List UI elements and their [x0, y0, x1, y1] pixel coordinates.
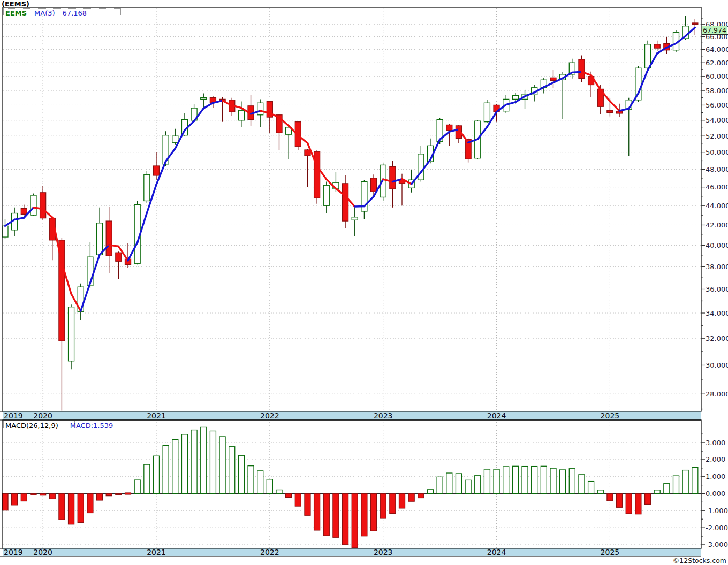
- macd-bar-negative: [626, 494, 632, 514]
- main-chart-legend: EEMSMA(3)67.168: [5, 9, 87, 17]
- candle-down: [116, 253, 122, 261]
- macd-bar-positive: [560, 470, 566, 494]
- price-tick-label: 34.000: [706, 309, 728, 317]
- candle-down: [550, 78, 556, 80]
- candle-down: [305, 150, 310, 156]
- price-gridlines: [3, 24, 701, 394]
- macd-bar-positive: [181, 434, 187, 494]
- macd-tick-label: -1.000: [706, 507, 728, 515]
- candle-up: [172, 136, 178, 142]
- macd-bar-positive: [201, 427, 207, 493]
- year-axis-strip-macd: 2019202020212022202320242025: [0, 548, 701, 556]
- candle-up: [257, 103, 263, 114]
- macd-bar-negative: [380, 494, 386, 518]
- macd-bar-positive: [172, 439, 178, 493]
- macd-bar-positive: [475, 476, 481, 494]
- macd-bar-positive: [484, 469, 490, 493]
- year-label: 2021: [147, 411, 166, 420]
- macd-bar-positive: [550, 468, 556, 493]
- macd-bar-negative: [295, 494, 301, 507]
- candle-down: [579, 59, 585, 79]
- candle-down: [343, 184, 348, 221]
- price-tick-label: 54.000: [706, 116, 728, 124]
- candle-up: [69, 307, 74, 361]
- year-label: 2021: [147, 548, 166, 556]
- last-price-tag: 67.974: [702, 26, 727, 35]
- candle-up: [512, 96, 518, 100]
- stock-chart-canvas: 68.00066.00064.00062.00060.00058.00056.0…: [0, 0, 728, 565]
- macd-bar-positive: [682, 470, 688, 494]
- macd-bar-positive: [238, 455, 244, 493]
- year-label: 2020: [33, 411, 52, 420]
- macd-bar-negative: [21, 494, 27, 501]
- year-label: 2019: [4, 411, 23, 420]
- candle-down: [40, 193, 46, 218]
- macd-bar-negative: [418, 494, 424, 498]
- macd-bar-positive: [446, 473, 452, 493]
- macd-bar-negative: [352, 494, 358, 548]
- macd-bar-negative: [333, 494, 339, 538]
- price-tick-label: 40.000: [706, 241, 728, 249]
- year-label: 2024: [487, 548, 506, 556]
- macd-bar-negative: [314, 494, 320, 530]
- price-tick-label: 32.000: [706, 334, 728, 342]
- year-label: 2023: [374, 411, 393, 420]
- price-tick-label: 48.000: [706, 165, 728, 173]
- candle-down: [390, 167, 396, 189]
- price-tick-label: 36.000: [706, 285, 728, 293]
- candle-down: [21, 209, 27, 215]
- price-tick-label: 30.000: [706, 361, 728, 369]
- macd-bar-positive: [257, 471, 263, 494]
- price-tick-label: 60.000: [706, 72, 728, 80]
- macd-bar-positive: [219, 437, 225, 494]
- macd-params-label: MACD(26,12,9): [5, 422, 58, 430]
- stock-chart-page: (EEMS) 68.00066.00064.00062.00060.00058.…: [0, 0, 728, 565]
- macd-bar-positive: [673, 476, 679, 493]
- macd-bar-positive: [692, 468, 698, 494]
- macd-bar-flat: [125, 493, 131, 494]
- macd-bar-negative: [31, 494, 36, 495]
- candle-down: [654, 44, 660, 48]
- macd-bar-negative: [106, 494, 112, 496]
- macd-bar-negative: [343, 494, 348, 545]
- ma-segment-up: [203, 103, 213, 108]
- macd-bar-positive: [588, 482, 594, 494]
- macd-bar-negative: [635, 494, 641, 514]
- ma-segment-up: [572, 72, 582, 72]
- macd-bar-positive: [597, 490, 603, 494]
- macd-bar-positive: [229, 447, 235, 494]
- macd-bar-positive: [427, 490, 433, 494]
- price-tick-label: 38.000: [706, 263, 728, 271]
- macd-bar-positive: [465, 480, 471, 493]
- macd-bar-positive: [267, 479, 272, 494]
- macd-bar-negative: [69, 494, 74, 524]
- candle-up: [144, 174, 150, 201]
- macd-bar-negative: [78, 494, 84, 523]
- macd-bar-negative: [116, 494, 122, 495]
- macd-bar-positive: [163, 446, 169, 494]
- price-tick-label: 56.000: [706, 101, 728, 109]
- macd-axis: 3.0002.0001.0000.000-1.000-2.000-3.000: [701, 434, 728, 548]
- candle-down: [371, 178, 377, 192]
- macd-bar-positive: [569, 469, 575, 494]
- year-label: 2022: [260, 548, 279, 556]
- price-tick-label: 50.000: [706, 148, 728, 156]
- candle-up: [645, 44, 651, 68]
- ma-segment-up: [619, 109, 629, 111]
- year-label: 2025: [601, 548, 620, 556]
- macd-bar-negative: [617, 494, 623, 508]
- price-tick-label: 64.000: [706, 45, 728, 54]
- ma-segment-up: [355, 206, 365, 207]
- macd-bar-negative: [399, 494, 405, 508]
- candlestick-series: [2, 16, 698, 410]
- year-axis-strip-main: 2019202020212022202320242025: [0, 411, 701, 420]
- macd-bar-negative: [49, 494, 55, 499]
- macd-bar-positive: [494, 469, 499, 493]
- macd-bar-negative: [390, 494, 396, 514]
- macd-bar-positive: [541, 466, 547, 493]
- candle-up: [323, 185, 329, 205]
- macd-bar-negative: [323, 494, 329, 536]
- macd-bar-positive: [532, 467, 537, 494]
- candle-up: [352, 217, 358, 220]
- macd-bar-negative: [607, 494, 613, 501]
